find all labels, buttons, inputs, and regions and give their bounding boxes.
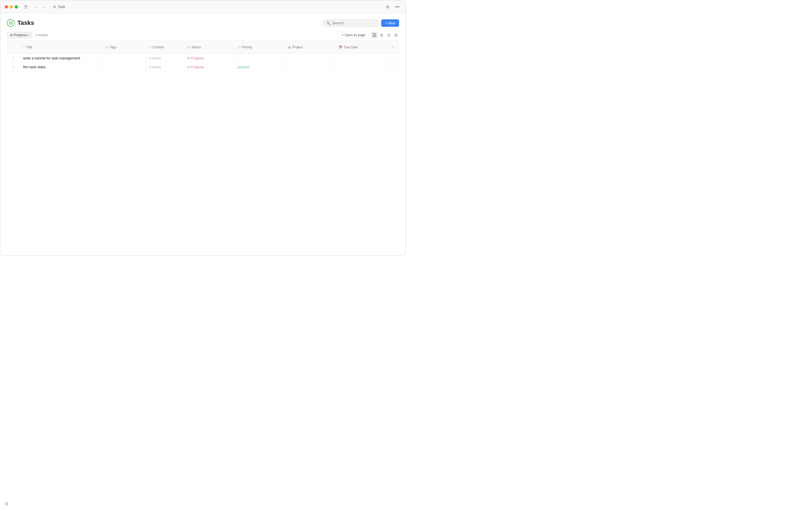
table-header-row: T Title 🏷 Tags ≡ Content xyxy=(7,41,399,54)
row-duedate[interactable] xyxy=(336,54,386,63)
titlebar-page-icon: ⊙ xyxy=(53,5,56,9)
page-status-icon xyxy=(7,19,14,27)
entries-count: 2 entries xyxy=(35,33,48,37)
tags-col-icon: 🏷 xyxy=(105,46,108,49)
filter-button[interactable]: In Progress ▾ xyxy=(7,32,32,38)
open-as-page-button[interactable]: ↗ Open as page xyxy=(338,32,369,38)
board-view-icon: ⊟ xyxy=(387,33,390,37)
row-priority[interactable]: priority1 xyxy=(235,63,285,72)
status-badge: In Progress xyxy=(187,56,204,60)
col-header-priority[interactable]: 🏷 Priority xyxy=(235,41,285,54)
row-tags[interactable] xyxy=(102,54,146,63)
row-content[interactable]: 0 words xyxy=(147,63,184,72)
row-num: 2 xyxy=(7,63,20,72)
row-duedate[interactable] xyxy=(336,63,386,72)
new-button[interactable]: + New xyxy=(381,19,399,27)
more-button[interactable]: ••• xyxy=(393,3,401,10)
chevron-down-icon: ▾ xyxy=(28,34,29,37)
search-input[interactable] xyxy=(332,21,375,25)
col-header-status[interactable]: 🏷 Status xyxy=(184,41,235,54)
back-button[interactable]: ← xyxy=(32,3,39,10)
calendar-view-button[interactable]: ⊞ xyxy=(393,32,399,38)
col-header-tags[interactable]: 🏷 Tags xyxy=(102,41,146,54)
row-add xyxy=(386,63,399,72)
status-col-icon: 🏷 xyxy=(187,46,190,49)
forward-button[interactable]: → xyxy=(40,3,48,10)
toolbar: In Progress ▾ 2 entries ↗ Open as page ☰… xyxy=(7,32,399,41)
row-title[interactable]: write a tutorial for task management xyxy=(20,54,102,63)
col-status-label: Status xyxy=(192,45,201,49)
col-content-label: Content xyxy=(152,45,164,49)
tasks-table: T Title 🏷 Tags ≡ Content xyxy=(7,41,399,72)
traffic-lights xyxy=(5,5,18,8)
new-button-label: + New xyxy=(385,21,395,25)
project-col-icon: ▣ xyxy=(288,46,291,49)
col-header-content[interactable]: ≡ Content xyxy=(147,41,184,54)
grid-view-icon: ⊞ xyxy=(380,33,383,37)
row-status[interactable]: In Progress xyxy=(184,63,235,72)
col-header-num xyxy=(7,41,20,54)
row-status[interactable]: In Progress xyxy=(184,54,235,63)
list-view-button[interactable]: ☰ xyxy=(371,32,378,38)
priority-badge: priority1 xyxy=(238,65,250,69)
titlebar-breadcrumb: ⊙ Task xyxy=(53,5,65,9)
duedate-col-icon: 📅 xyxy=(339,46,343,49)
col-header-project[interactable]: ▣ Project xyxy=(285,41,336,54)
sidebar-toggle-button[interactable]: ☰ xyxy=(22,3,29,10)
titlebar-actions: ⊕ ••• xyxy=(384,3,401,10)
search-icon: 🔍 xyxy=(326,21,331,25)
search-box[interactable]: 🔍 xyxy=(323,19,378,27)
filter-label: In Progress xyxy=(10,33,27,37)
row-tags[interactable] xyxy=(102,63,146,72)
settings-button[interactable]: ⊕ xyxy=(384,3,391,10)
titlebar-page-name: Task xyxy=(58,5,65,9)
table-container: T Title 🏷 Tags ≡ Content xyxy=(7,41,399,72)
open-as-page-label: Open as page xyxy=(345,33,366,37)
minimize-button[interactable] xyxy=(10,5,13,8)
board-view-button[interactable]: ⊟ xyxy=(386,32,392,38)
page-header: Tasks 🔍 + New xyxy=(7,19,399,27)
col-header-title[interactable]: T Title xyxy=(20,41,102,54)
calendar-view-icon: ⊞ xyxy=(395,33,398,37)
col-title-label: Title xyxy=(26,45,32,49)
col-header-add[interactable]: + xyxy=(386,41,399,54)
content-col-icon: ≡ xyxy=(149,46,151,49)
main-content: Tasks 🔍 + New In Progress ▾ 2 entries ↗ … xyxy=(0,14,406,72)
header-actions: 🔍 + New xyxy=(323,19,399,27)
list-view-icon: ☰ xyxy=(373,33,376,37)
row-project[interactable] xyxy=(285,63,336,72)
row-add xyxy=(386,54,399,63)
table-row[interactable]: 1 write a tutorial for task management 0… xyxy=(7,54,399,63)
col-priority-label: Priority xyxy=(242,45,252,49)
page-title: Tasks xyxy=(18,19,323,27)
col-duedate-label: Due Date xyxy=(344,45,358,49)
col-tags-label: Tags xyxy=(110,45,116,49)
grid-view-button[interactable]: ⊞ xyxy=(379,32,385,38)
table-row[interactable]: 2 film task video 0 words In Progress pr… xyxy=(7,63,399,72)
toolbar-right: ↗ Open as page ☰ ⊞ ⊟ ⊞ xyxy=(338,32,399,38)
priority-col-icon: 🏷 xyxy=(238,46,241,49)
add-column-button[interactable]: + xyxy=(389,43,395,51)
row-priority[interactable] xyxy=(235,54,285,63)
svg-point-0 xyxy=(9,22,12,25)
titlebar: ☰ ← → ⊙ Task ⊕ ••• xyxy=(0,0,406,14)
status-badge: In Progress xyxy=(187,65,204,69)
row-project[interactable] xyxy=(285,54,336,63)
maximize-button[interactable] xyxy=(14,5,18,8)
nav-buttons: ← → xyxy=(32,3,48,10)
col-header-duedate[interactable]: 📅 Due Date xyxy=(336,41,386,54)
row-title[interactable]: film task video xyxy=(20,63,102,72)
col-project-label: Project xyxy=(292,45,302,49)
close-button[interactable] xyxy=(5,5,8,8)
title-col-icon: T xyxy=(23,46,25,49)
row-content[interactable]: 0 words xyxy=(147,54,184,63)
open-as-page-icon: ↗ xyxy=(341,33,344,37)
sidebar-icon: ☰ xyxy=(24,4,28,9)
row-num: 1 xyxy=(7,54,20,63)
